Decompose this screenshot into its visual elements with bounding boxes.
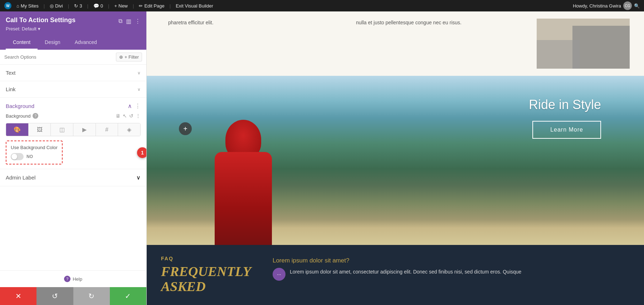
sidebar-header: Call To Action Settings ⧉ ▥ ⋮ Preset: De… [0,11,146,50]
section-admin-label[interactable]: Admin Label ∨ [0,169,146,186]
faq-heading: FrequentlyAsked [161,264,251,294]
hero-section: + Ride in Style Learn More [147,76,644,245]
top-section: pharetra efficitur elit. nulla et justo … [147,11,644,76]
more-icon[interactable]: ⋮ [135,18,141,25]
bottom-action-bar: ✕ ↺ ↻ ✓ [0,287,146,305]
faq-right: Lorem ipsum dolor sit amet? ··· Lorem ip… [273,256,630,294]
faq-answer-text: Lorem ipsum dolor sit amet, consectetur … [290,268,521,276]
bg-tab-image[interactable]: 🖼 [29,123,51,136]
tab-design[interactable]: Design [38,36,68,50]
svg-rect-2 [537,40,580,69]
separator4: | [108,3,109,9]
sidebar-tabs: Content Design Advanced [6,36,141,50]
faq-answer-row: ··· Lorem ipsum dolor sit amet, consecte… [273,268,630,281]
more-options-icon[interactable]: ⋮ [135,103,141,109]
hero-figure [211,120,283,245]
toggle-no-label: NO [26,154,33,159]
main-layout: Call To Action Settings ⧉ ▥ ⋮ Preset: De… [0,11,644,305]
undo-button[interactable]: ↺ [36,287,73,305]
redo-button[interactable]: ↻ [73,287,110,305]
figure-body [215,152,272,245]
bg-type-tabs: 🎨 🖼 ◫ ▶ # ◈ [6,123,141,136]
use-bg-color-box: Use Background Color NO [6,141,63,164]
sites-icon: ⌂ [16,3,19,9]
exit-builder-link[interactable]: Exit Visual Builder [176,3,213,9]
section-text[interactable]: Text ∨ [0,65,146,81]
columns-icon[interactable]: ▥ [126,18,131,25]
separator3: | [87,3,88,9]
faq-question: Lorem ipsum dolor sit amet? [273,257,630,264]
divi-logo-icon: ◎ [50,3,54,9]
reset-icon[interactable]: ↺ [129,113,133,119]
learn-more-button[interactable]: Learn More [532,121,601,139]
admin-bar: W ⌂ My Sites | ◎ Divi | ↻ 3 | 💬 0 | + Ne… [0,0,644,11]
sidebar-preset[interactable]: Preset: Default ▾ [6,26,141,31]
admin-label-text: Admin Label [6,174,35,181]
separator2: | [68,3,69,9]
faq-answer-icon: ··· [273,268,286,281]
faq-left: FAQ FrequentlyAsked [161,256,251,294]
chevron-down-icon: ∨ [137,87,141,92]
bg-tab-color[interactable]: 🎨 [6,123,29,136]
bg-tab-mask[interactable]: ◈ [118,123,140,136]
main-content: pharetra efficitur elit. nulla et justo … [147,11,644,305]
link-label: Link [6,86,16,92]
use-bg-color-toggle[interactable] [11,153,24,160]
cancel-button[interactable]: ✕ [0,287,36,305]
popout-icon[interactable]: ⧉ [118,18,122,25]
chevron-down-icon: ▾ [38,26,40,31]
top-section-image [537,19,630,69]
bg-row-icons: 🖥 ↖ ↺ ⋮ [116,113,141,119]
chevron-down-icon: ∨ [136,174,141,181]
svg-rect-1 [572,26,630,69]
text-label: Text [6,70,16,76]
sidebar-title: Call To Action Settings [6,16,75,24]
help-circle-icon: ? [64,276,70,282]
section-background: Background ∧ ⋮ Background ? 🖥 ↖ ↺ ⋮ [0,98,146,169]
chevron-up-icon[interactable]: ∧ [128,103,132,109]
use-bg-color-label: Use Background Color [11,145,58,150]
help-icon[interactable]: ? [33,113,38,119]
admin-bar-right: Howdy, Christina Gwira CG 🔍 [573,1,640,10]
separator: | [44,3,45,9]
updates-icon: ↻ [74,3,78,9]
sidebar-content: Text ∨ Link ∨ Background ∧ ⋮ [0,65,146,270]
background-header[interactable]: Background ∧ ⋮ [0,98,146,113]
cursor-icon[interactable]: ↖ [123,113,127,119]
bg-tab-video[interactable]: ▶ [73,123,96,136]
top-col-1: pharetra efficitur elit. [161,19,349,26]
new-link[interactable]: + New [114,3,128,9]
updates-link[interactable]: ↻ 3 [74,3,82,9]
wordpress-icon[interactable]: W [4,2,11,9]
search-icon[interactable]: 🔍 [634,3,640,9]
bg-tab-gradient[interactable]: ◫ [51,123,73,136]
desktop-icon[interactable]: 🖥 [116,113,121,119]
badge-number: 1 [137,147,146,158]
sidebar-help[interactable]: ? Help [0,270,146,287]
faq-section: FAQ FrequentlyAsked Lorem ipsum dolor si… [147,245,644,305]
background-label: Background [6,103,34,109]
add-content-button[interactable]: + [179,122,192,135]
tab-content[interactable]: Content [6,36,38,50]
comments-link[interactable]: 💬 0 [93,3,103,9]
edit-page-link[interactable]: ✏ Edit Page [139,3,164,9]
pencil-icon: ✏ [139,3,143,9]
admin-bar-left: W ⌂ My Sites | ◎ Divi | ↻ 3 | 💬 0 | + Ne… [4,2,567,9]
save-button[interactable]: ✓ [110,287,146,305]
plus-icon: + [114,3,117,9]
filter-button[interactable]: ⊕ + Filter [116,53,142,62]
faq-tag: FAQ [161,256,251,261]
separator5: | [133,3,134,9]
separator6: | [170,3,171,9]
section-link[interactable]: Link ∨ [0,81,146,98]
toggle-row: NO [11,153,58,160]
background-header-right: ∧ ⋮ [128,103,141,109]
more-icon[interactable]: ⋮ [136,113,141,119]
bg-tab-pattern[interactable]: # [96,123,118,136]
search-input[interactable] [4,54,113,60]
avatar: CG [623,1,632,10]
my-sites-link[interactable]: ⌂ My Sites [16,3,39,9]
divi-link[interactable]: ◎ Divi [50,3,63,9]
tab-advanced[interactable]: Advanced [68,36,104,50]
chevron-down-icon: ∨ [137,70,141,75]
